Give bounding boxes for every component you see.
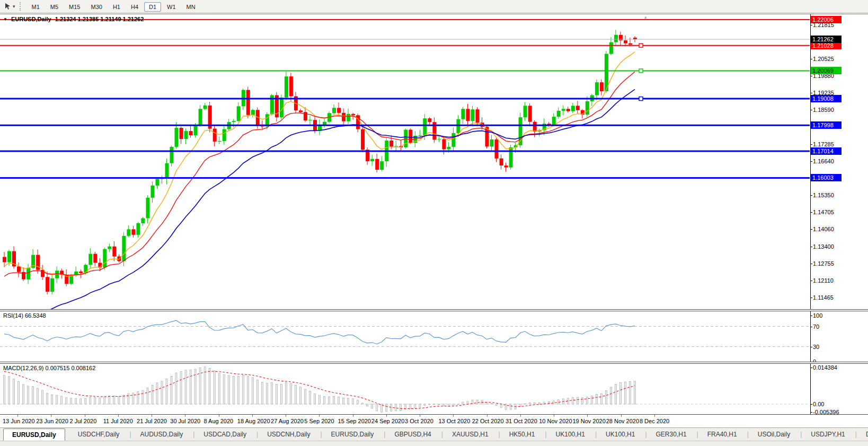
- rsi-indicator-label: RSI(14) 66.5348: [3, 312, 46, 319]
- price-axis-tick: 1.16640: [813, 158, 834, 165]
- time-axis-tick: [587, 415, 588, 417]
- time-axis-label: 28 Nov 2020: [606, 418, 639, 424]
- cursor-icon: [4, 3, 12, 10]
- time-axis-tick: [353, 415, 353, 417]
- chart-ohlc-values: 1.21324 1.21385 1.21149 1.21262: [55, 16, 144, 22]
- time-axis-tick: [185, 415, 185, 417]
- time-axis-label: 21 Jul 2020: [137, 418, 167, 424]
- time-axis-label: 8 Dec 2020: [640, 418, 669, 424]
- symbol-tab-hk50-h1[interactable]: HK50,H1: [490, 428, 536, 441]
- price-level-badge: 1.16003: [811, 174, 842, 181]
- time-axis-tick: [118, 415, 119, 417]
- current-price-badge: 1.21262: [811, 36, 842, 43]
- time-axis-label: 23 Jun 2020: [36, 418, 68, 424]
- time-axis-tick: [85, 415, 85, 417]
- panel-border: [0, 414, 868, 415]
- time-axis-label: 10 Nov 2020: [539, 418, 572, 424]
- symbol-tab-audusd-daily[interactable]: AUDUSD,Daily: [120, 428, 184, 441]
- time-axis-tick: [420, 415, 420, 417]
- time-axis-label: 31 Oct 2020: [506, 418, 537, 424]
- rsi-indicator-canvas[interactable]: [0, 311, 810, 362]
- timeframe-button-d1[interactable]: D1: [144, 2, 161, 12]
- symbol-tab-ger30-h1[interactable]: GER30,H1: [636, 428, 687, 441]
- symbol-tab-usoil-daily[interactable]: USOil,Daily: [738, 428, 791, 441]
- time-axis-tick: [152, 415, 152, 417]
- chart-symbol-label: EURUSD,Daily: [11, 16, 51, 22]
- time-axis-tick: [487, 415, 488, 417]
- price-axis-tick: 1.17285: [813, 141, 834, 148]
- time-axis-tick: [386, 415, 387, 417]
- time-axis-tick: [17, 415, 18, 417]
- chart-title: ▼ EURUSD,Daily 1.21324 1.21385 1.21149 1…: [3, 16, 144, 22]
- price-axis-tick: 1.15350: [813, 191, 834, 199]
- symbol-tabs: EURUSD,DailyUSDCHF,DailyAUDUSD,DailyUSDC…: [1, 428, 868, 441]
- time-axis-tick: [252, 415, 253, 417]
- price-axis-tick: 1.14705: [813, 208, 834, 216]
- main-price-chart-canvas[interactable]: [0, 15, 810, 309]
- symbol-tab-usdcad-daily[interactable]: USDCAD,Daily: [184, 428, 247, 441]
- rsi-axis-tick: 30: [813, 343, 819, 351]
- rsi-axis-tick: 100: [813, 312, 822, 319]
- symbol-tab-usdjpy-h1[interactable]: USDJPY,H1: [791, 428, 846, 441]
- timeframe-button-h4[interactable]: H4: [126, 2, 143, 12]
- timeframe-toolbar: ▾ M1M5M15M30H1H4D1W1MN: [0, 0, 868, 13]
- time-axis-tick: [654, 415, 655, 417]
- timeframe-button-m30[interactable]: M30: [86, 2, 107, 12]
- time-axis-label: 27 Aug 2020: [271, 418, 304, 424]
- price-level-badge: 1.17998: [811, 121, 842, 129]
- time-axis-tick: [554, 415, 554, 417]
- time-axis-label: 22 Oct 2020: [472, 418, 504, 424]
- timeframe-button-h1[interactable]: H1: [108, 2, 125, 12]
- time-axis-label: 15 Sep 2020: [338, 418, 371, 424]
- price-axis-tick: 1.13400: [813, 243, 834, 250]
- symbol-tab-bar: EURUSD,DailyUSDCHF,DailyAUDUSD,DailyUSDC…: [0, 427, 868, 441]
- timeframe-button-m1[interactable]: M1: [27, 2, 45, 12]
- time-axis-tick: [286, 415, 286, 417]
- time-axis-label: 5 Sep 2020: [304, 418, 334, 424]
- symbol-tab-xauusd-h1[interactable]: XAUUSD,H1: [432, 428, 490, 441]
- statusbar-strip: [0, 441, 868, 446]
- price-level-badge: 1.22006: [811, 16, 842, 23]
- time-axis-tick: [520, 415, 521, 417]
- chart-menu-icon[interactable]: ▼: [3, 17, 7, 22]
- symbol-tab-dj30-daily[interactable]: DJ30,Daily: [846, 428, 868, 441]
- timeframe-button-w1[interactable]: W1: [162, 2, 181, 12]
- macd-axis-tick: 0.014384: [813, 364, 837, 371]
- timeframe-button-m15[interactable]: M15: [64, 2, 85, 12]
- chart-window-border: [0, 14, 868, 14]
- time-axis-tick: [51, 415, 51, 417]
- symbol-tab-gbpusd-h4[interactable]: GBPUSD,H4: [375, 428, 432, 441]
- price-level-badge: 1.17014: [811, 147, 842, 155]
- time-axis-label: 24 Sep 2020: [371, 418, 404, 424]
- time-axis-label: 3 Oct 2020: [405, 418, 433, 424]
- symbol-tab-fra40-h1[interactable]: FRA40,H1: [688, 428, 738, 441]
- symbol-tab-usdcnh-daily[interactable]: USDCNH,Daily: [247, 428, 311, 441]
- panel-separator[interactable]: [0, 362, 868, 364]
- time-axis-label: 19 Nov 2020: [572, 418, 605, 424]
- chevron-down-icon: ▾: [13, 4, 15, 9]
- time-axis-label: 18 Aug 2020: [237, 418, 270, 424]
- symbol-tab-uk100-h1[interactable]: UK100,H1: [536, 428, 586, 441]
- price-axis-tick: 1.11465: [813, 294, 834, 301]
- symbol-tab-usdchf-daily[interactable]: USDCHF,Daily: [65, 428, 121, 441]
- symbol-tab-eurusd-daily[interactable]: EURUSD,Daily: [311, 428, 375, 441]
- series-end-marker-icon: ▴: [644, 14, 647, 20]
- symbol-tab-uk100-h1[interactable]: UK100,H1: [586, 428, 636, 441]
- panel-separator[interactable]: [0, 309, 868, 311]
- price-axis-tick: 1.20525: [813, 55, 834, 63]
- trading-terminal: ▾ M1M5M15M30H1H4D1W1MN ▼ EURUSD,Daily 1.…: [0, 0, 868, 446]
- time-axis-label: 2 Jul 2020: [70, 418, 97, 424]
- toolbar-grip: [20, 2, 22, 11]
- time-axis-tick: [453, 415, 454, 417]
- price-axis-tick: 1.14060: [813, 225, 834, 233]
- time-axis-tick: [621, 415, 622, 417]
- symbol-tab-eurusd-daily[interactable]: EURUSD,Daily: [3, 428, 65, 441]
- macd-indicator-canvas[interactable]: [0, 364, 810, 414]
- timeframe-button-mn[interactable]: MN: [182, 2, 200, 12]
- price-level-badge: 1.20069: [811, 67, 842, 74]
- cursor-tool-button[interactable]: ▾: [2, 2, 17, 11]
- timeframe-button-m5[interactable]: M5: [46, 2, 63, 12]
- time-axis-tick: [319, 415, 320, 417]
- time-axis-tick: [219, 415, 219, 417]
- time-axis-label: 30 Jul 2020: [170, 418, 200, 424]
